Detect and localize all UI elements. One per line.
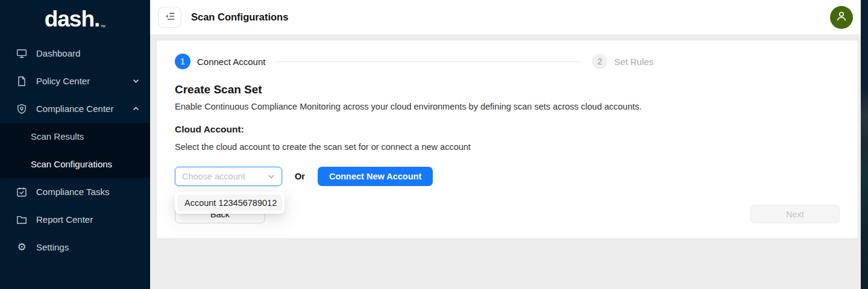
- sidebar-item-policy-center[interactable]: Policy Center: [0, 67, 150, 95]
- user-icon: [835, 10, 848, 25]
- sidebar-item-label: Settings: [36, 242, 69, 252]
- folder-icon: [16, 214, 27, 225]
- cloud-account-section-title: Cloud Account:: [175, 124, 840, 135]
- compliance-center-submenu: Scan Results Scan Configurations: [0, 123, 150, 178]
- sidebar: dash.™ Dashboard Policy Center: [0, 0, 150, 289]
- logo-text: dash.: [45, 7, 100, 31]
- sidebar-subitem-scan-configurations[interactable]: Scan Configurations: [0, 151, 150, 178]
- create-scan-set-card: 1 Connect Account 2 Set Rules Create Sca…: [156, 40, 858, 239]
- sidebar-nav: Dashboard Policy Center Compliance Cente…: [0, 40, 150, 261]
- page-header: Scan Configurations: [150, 0, 861, 35]
- avatar[interactable]: [830, 6, 853, 29]
- sidebar-item-compliance-tasks[interactable]: Compliance Tasks: [0, 178, 150, 206]
- step-1-label: Connect Account: [197, 57, 265, 67]
- sidebar-item-settings[interactable]: ⚙ Settings: [0, 234, 150, 261]
- screen-edge-strip: [861, 0, 868, 289]
- cloud-account-section-hint: Select the cloud account to create the s…: [175, 142, 840, 152]
- step-set-rules: 2 Set Rules: [592, 54, 653, 69]
- sidebar-item-dashboard[interactable]: Dashboard: [0, 40, 150, 67]
- sidebar-collapse-button[interactable]: [158, 7, 181, 28]
- sidebar-item-label: Scan Configurations: [31, 159, 112, 169]
- account-select[interactable]: Choose account: [175, 167, 282, 186]
- document-icon: [16, 76, 27, 87]
- step-2-circle: 2: [592, 54, 608, 69]
- gear-icon: ⚙: [16, 242, 27, 253]
- menu-fold-icon: [164, 10, 176, 24]
- sidebar-item-label: Dashboard: [36, 48, 80, 58]
- wizard-title: Create Scan Set: [175, 83, 840, 96]
- account-option[interactable]: Account 123456789012: [177, 194, 282, 211]
- chevron-down-icon: [133, 78, 139, 84]
- sidebar-item-report-center[interactable]: Report Center: [0, 206, 150, 234]
- chevron-up-icon: [133, 105, 139, 112]
- step-2-label: Set Rules: [614, 57, 653, 67]
- sidebar-item-compliance-center[interactable]: Compliance Center: [0, 95, 150, 123]
- monitor-icon: [16, 48, 27, 59]
- main-area: Scan Configurations 1 Connect Account: [150, 0, 861, 289]
- sidebar-item-label: Policy Center: [36, 76, 90, 86]
- wizard-steps: 1 Connect Account 2 Set Rules: [175, 54, 653, 69]
- account-select-row: Choose account Or Connect New Account: [175, 167, 840, 186]
- or-label: Or: [295, 172, 305, 181]
- calendar-check-icon: [16, 187, 27, 197]
- page-title: Scan Configurations: [191, 11, 288, 23]
- step-1-circle: 1: [175, 54, 190, 69]
- step-connector-line: [275, 61, 582, 62]
- chevron-down-icon: [268, 173, 275, 180]
- next-button[interactable]: Next: [750, 205, 840, 223]
- step-connect-account: 1 Connect Account: [175, 54, 265, 69]
- account-select-dropdown: Account 123456789012: [175, 192, 285, 214]
- sidebar-item-label: Scan Results: [31, 131, 84, 141]
- wizard-description: Enable Continuous Compliance Monitoring …: [175, 102, 840, 111]
- sidebar-item-label: Report Center: [36, 214, 93, 225]
- sidebar-item-label: Compliance Center: [36, 104, 113, 114]
- connect-new-account-button[interactable]: Connect New Account: [318, 167, 433, 186]
- app-root: dash.™ Dashboard Policy Center: [0, 0, 868, 289]
- shield-check-icon: [16, 104, 27, 114]
- logo-trademark: ™: [100, 24, 105, 30]
- content-area: 1 Connect Account 2 Set Rules Create Sca…: [150, 35, 861, 289]
- app-logo: dash.™: [0, 0, 150, 38]
- account-select-placeholder: Choose account: [182, 172, 268, 181]
- sidebar-item-label: Compliance Tasks: [36, 187, 109, 197]
- sidebar-subitem-scan-results[interactable]: Scan Results: [0, 123, 150, 151]
